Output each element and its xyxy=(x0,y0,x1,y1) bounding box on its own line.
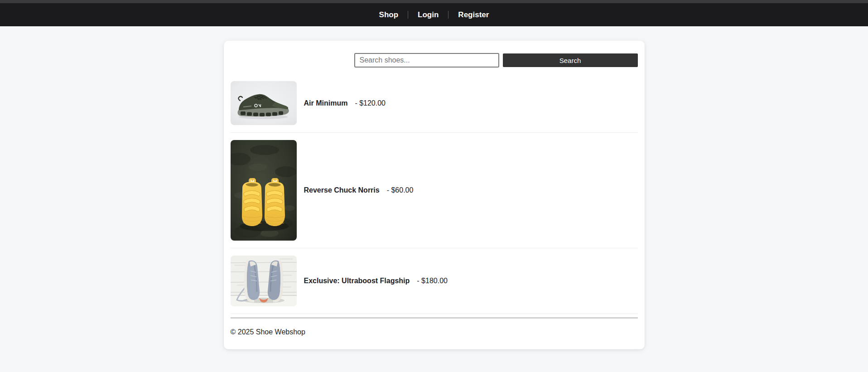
product-row: Air Minimum - $120.00 xyxy=(231,74,638,133)
right-shoe xyxy=(267,261,283,303)
nav-links: Shop Login Register xyxy=(0,3,868,26)
product-price: - $180.00 xyxy=(417,277,448,285)
left-shoe xyxy=(244,261,260,303)
navbar: Shop Login Register xyxy=(0,0,868,26)
product-price: - $60.00 xyxy=(387,186,414,194)
product-image[interactable] xyxy=(231,140,297,241)
left-shoe xyxy=(241,178,262,226)
nav-divider xyxy=(448,11,448,19)
nav-link-login[interactable]: Login xyxy=(418,11,439,19)
content-card: Search xyxy=(224,41,645,349)
shoe-photo-illustration xyxy=(231,81,297,125)
product-name[interactable]: Air Minimum xyxy=(304,99,348,107)
product-name[interactable]: Exclusive: Ultraboost Flagship xyxy=(304,277,410,285)
product-price: - $120.00 xyxy=(355,99,386,107)
product-name[interactable]: Reverse Chuck Norris xyxy=(304,186,380,194)
copyright-text: © 2025 Shoe Webshop xyxy=(231,327,638,338)
nav-divider xyxy=(408,11,408,19)
shoe-photo-illustration xyxy=(231,256,297,306)
nav-link-shop[interactable]: Shop xyxy=(379,11,399,19)
footer-divider xyxy=(231,318,638,319)
shoe-photo-illustration xyxy=(231,140,297,241)
product-list: Air Minimum - $120.00 xyxy=(231,74,638,314)
search-form: Search xyxy=(231,53,638,68)
search-input[interactable] xyxy=(354,53,499,68)
right-shoe xyxy=(264,178,285,226)
search-button[interactable]: Search xyxy=(503,53,638,67)
product-image[interactable] xyxy=(231,81,297,125)
product-image[interactable] xyxy=(231,256,297,306)
navbar-accent-strip xyxy=(0,0,868,3)
product-row: Reverse Chuck Norris - $60.00 xyxy=(231,133,638,248)
nav-link-register[interactable]: Register xyxy=(458,11,489,19)
product-row: Exclusive: Ultraboost Flagship - $180.00 xyxy=(231,248,638,314)
